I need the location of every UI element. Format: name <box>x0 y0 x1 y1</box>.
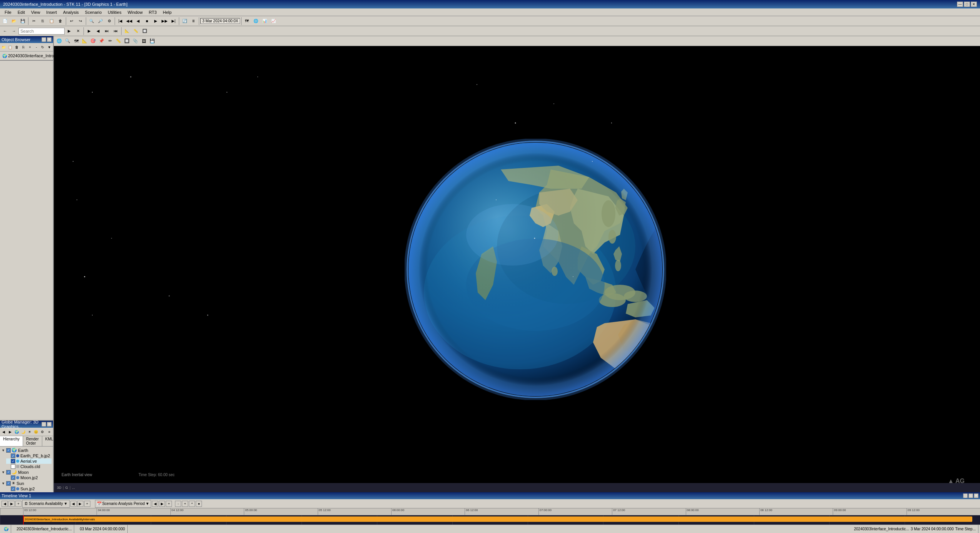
tl-analysis-period[interactable]: 📅 Scenario Analysis Period ▼ <box>95 500 152 508</box>
menu-help[interactable]: Help <box>160 9 175 15</box>
ob-duplicate[interactable]: ⎘ <box>20 44 26 51</box>
earth-checkbox[interactable]: ✓ <box>6 448 11 453</box>
gm-btn2[interactable]: ▶ <box>7 428 13 435</box>
tl-plus-end[interactable]: + <box>182 501 188 507</box>
gm-more[interactable]: ≡ <box>46 428 52 435</box>
gm-globe[interactable]: 🌍 <box>14 428 20 435</box>
view-tb-2[interactable]: 🔍 <box>64 37 72 45</box>
tl-sa-next[interactable]: ▶ <box>77 501 83 507</box>
tl-scenario-avail[interactable]: 🗓 Scenario Availability ▼ <box>22 500 70 508</box>
cut-btn[interactable]: ✂ <box>30 17 38 25</box>
undo-btn[interactable]: ↩ <box>67 17 76 25</box>
zoom-out-btn[interactable]: 🔎 <box>96 17 105 25</box>
view-tb-8[interactable]: 📏 <box>115 37 122 45</box>
ob-expand[interactable]: + <box>27 44 33 51</box>
more-btn-1[interactable]: 📐 <box>123 27 131 35</box>
ob-new-scenario[interactable]: 📁 <box>1 44 7 51</box>
play-btn[interactable]: ▶ <box>152 17 160 25</box>
tl-star[interactable]: * <box>189 501 195 507</box>
menu-window[interactable]: Window <box>125 9 146 15</box>
more-btn-2[interactable]: 📏 <box>132 27 140 35</box>
close-button[interactable]: ✕ <box>971 2 977 7</box>
sunjp2-checkbox[interactable]: ✓ <box>11 487 15 491</box>
ob-scenario-item[interactable]: 🌍 20240303interface_Introduction <box>2 53 52 58</box>
moonjp2-checkbox[interactable]: ✓ <box>11 475 15 480</box>
step-fwd-btn[interactable]: ⏭ <box>103 27 111 35</box>
sun-jp2-node[interactable]: ✓ Sun.jp2 <box>6 486 52 491</box>
tl-ap-next[interactable]: ▶ <box>159 501 165 507</box>
clouds-node[interactable]: Clouds.cld <box>6 464 52 469</box>
delete-btn[interactable]: 🗑 <box>56 17 65 25</box>
gm-moon-node[interactable]: ▼ ✓ 🌙 Moon <box>2 469 52 475</box>
gm-settings[interactable]: ⚙ <box>40 428 46 435</box>
tl-minimize-btn[interactable]: _ <box>963 493 968 498</box>
menu-rt3[interactable]: RT3 <box>146 9 160 15</box>
gm-tab-renderorder[interactable]: Render Order <box>23 436 42 446</box>
tl-btn1[interactable]: ◀ <box>2 501 8 507</box>
gm-earth-node[interactable]: ▼ ✓ 🌍 Earth <box>2 447 52 453</box>
report-btn[interactable]: 📊 <box>260 17 269 25</box>
back-btn[interactable]: ← <box>1 27 9 35</box>
view-tb-1[interactable]: 🌐 <box>55 37 63 45</box>
earth-pe-node[interactable]: ✓ Earth_PE_b.jp2 <box>6 453 52 458</box>
search-input[interactable] <box>18 28 65 35</box>
view-tb-11[interactable]: 🖼 <box>140 37 148 45</box>
ob-delete[interactable]: 🗑 <box>14 44 20 51</box>
tl-ap-prev[interactable]: ◀ <box>152 501 158 507</box>
redo-btn[interactable]: ↪ <box>76 17 85 25</box>
view-tb-12[interactable]: 💾 <box>148 37 156 45</box>
menu-edit[interactable]: Edit <box>15 9 28 15</box>
gm-btn1[interactable]: ◀ <box>1 428 7 435</box>
pe-checkbox[interactable]: ✓ <box>11 453 15 458</box>
play-back-btn[interactable]: ◀ <box>134 17 142 25</box>
play-rev-btn[interactable]: ◀ <box>94 27 102 35</box>
menu-analysis[interactable]: Analysis <box>60 9 82 15</box>
aerial-node[interactable]: ✓ Aerial.ve <box>6 458 52 464</box>
pause-btn[interactable]: ⏸ <box>189 17 198 25</box>
view-tb-10[interactable]: 📎 <box>132 37 139 45</box>
tl-sa-prev[interactable]: ◀ <box>70 501 77 507</box>
tl-sa-add[interactable]: + <box>84 501 90 507</box>
tl-btn2[interactable]: ▶ <box>8 501 15 507</box>
tl-btn3[interactable]: + <box>15 501 22 507</box>
ob-filter[interactable]: ▼ <box>46 44 52 51</box>
open-btn[interactable]: 📂 <box>10 17 18 25</box>
tl-minus[interactable]: - <box>175 501 181 507</box>
menu-file[interactable]: File <box>2 9 15 15</box>
ob-refresh[interactable]: ↻ <box>40 44 46 51</box>
search-clear-btn[interactable]: ✕ <box>74 27 82 35</box>
gm-smiley[interactable]: 😊 <box>33 428 39 435</box>
maximize-button[interactable]: □ <box>964 2 970 7</box>
3d-view-btn[interactable]: 🌐 <box>252 17 260 25</box>
gm-moon[interactable]: 🌙 <box>20 428 26 435</box>
menu-insert[interactable]: Insert <box>43 9 60 15</box>
panel-minimize-btn[interactable]: _ <box>42 37 46 42</box>
play-fwd-btn[interactable]: ▶ <box>85 27 93 35</box>
properties-btn[interactable]: ⚙ <box>105 17 113 25</box>
gm-tab-hierarchy[interactable]: Hierarchy <box>0 436 23 446</box>
copy-btn[interactable]: ⎘ <box>38 17 47 25</box>
forward-nav-btn[interactable]: → <box>10 27 18 35</box>
save-btn[interactable]: 💾 <box>18 17 27 25</box>
rewind-start-btn[interactable]: |◀ <box>116 17 125 25</box>
menu-scenario[interactable]: Scenario <box>82 9 105 15</box>
ob-properties[interactable]: 📋 <box>7 44 13 51</box>
tl-maximize-btn[interactable]: □ <box>968 493 973 498</box>
moon-checkbox[interactable]: ✓ <box>6 470 11 475</box>
paste-btn[interactable]: 📋 <box>47 17 56 25</box>
more-btn-3[interactable]: 🔲 <box>140 27 149 35</box>
tl-circle[interactable]: ● <box>196 501 202 507</box>
loop-btn[interactable]: 🔄 <box>180 17 189 25</box>
stop-btn[interactable]: ■ <box>143 17 151 25</box>
forward-end-btn[interactable]: ▶| <box>169 17 178 25</box>
graph-btn[interactable]: 📈 <box>269 17 278 25</box>
view-tb-7[interactable]: ✏ <box>106 37 114 45</box>
tl-close-btn[interactable]: ✕ <box>974 493 978 498</box>
step-rev-btn[interactable]: ⏮ <box>112 27 120 35</box>
sun-checkbox[interactable]: ✓ <box>6 481 11 486</box>
gm-close-btn[interactable]: ✕ <box>47 422 52 427</box>
2d-map-btn[interactable]: 🗺 <box>243 17 251 25</box>
tl-tracks[interactable]: 20240303interface_Introduction.Availabil… <box>0 515 980 525</box>
3d-view-content[interactable]: Earth Inertial view Time Step: 60.00 sec… <box>54 46 980 492</box>
minimize-button[interactable]: — <box>957 2 963 7</box>
